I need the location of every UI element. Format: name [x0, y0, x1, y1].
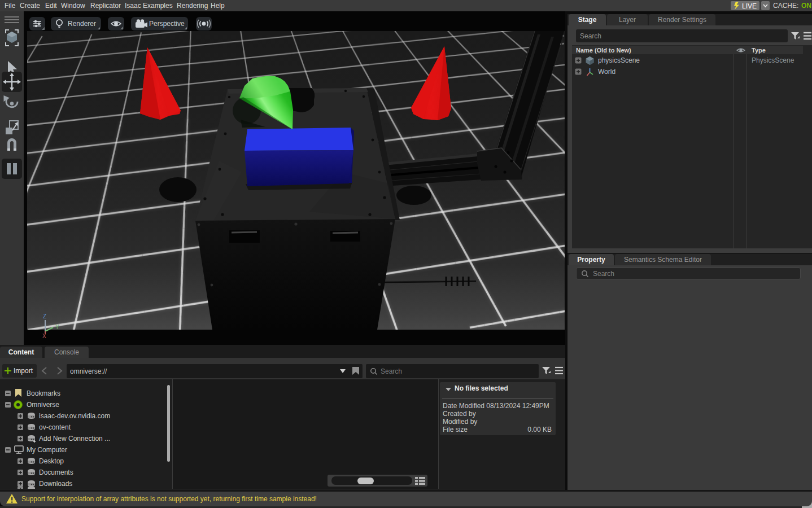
svg-text:Omniverse: Omniverse [27, 401, 59, 409]
svg-text:My Computer: My Computer [27, 446, 67, 454]
svg-text:ov-content: ov-content [39, 423, 71, 431]
svg-text:Documents: Documents [39, 468, 73, 476]
svg-text:Bookmarks: Bookmarks [27, 389, 60, 397]
svg-text:LIVE: LIVE [742, 2, 757, 10]
svg-text:Downloads: Downloads [39, 480, 72, 488]
svg-text:isaac-dev.ov.nvidia.com: isaac-dev.ov.nvidia.com [39, 412, 110, 420]
svg-text:X: X [42, 333, 46, 339]
svg-text:Desktop: Desktop [39, 457, 64, 465]
svg-text:Y: Y [55, 324, 59, 330]
svg-text:Z: Z [43, 313, 46, 319]
svg-text:Add New Connection ...: Add New Connection ... [39, 435, 110, 443]
